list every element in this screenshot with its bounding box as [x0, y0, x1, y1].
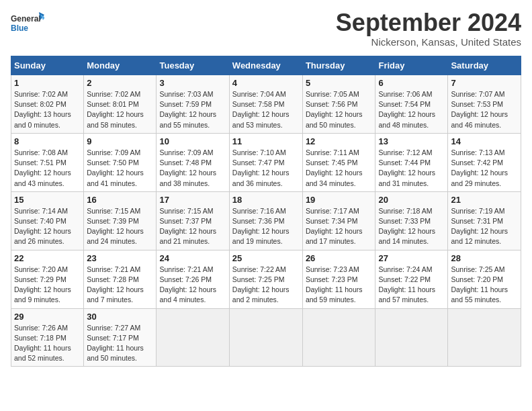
day-info: Sunrise: 7:05 AM Sunset: 7:56 PM Dayligh… [306, 89, 373, 130]
calendar-cell: 18Sunrise: 7:16 AM Sunset: 7:36 PM Dayli… [229, 191, 302, 250]
title-block: September 2024 Nickerson, Kansas, United… [336, 11, 521, 48]
day-number: 14 [451, 136, 518, 146]
day-number: 26 [306, 253, 373, 263]
col-header-monday: Monday [84, 56, 157, 75]
day-info: Sunrise: 7:27 AM Sunset: 7:17 PM Dayligh… [87, 323, 153, 364]
day-info: Sunrise: 7:06 AM Sunset: 7:54 PM Dayligh… [378, 89, 445, 130]
calendar-cell: 26Sunrise: 7:23 AM Sunset: 7:23 PM Dayli… [302, 250, 375, 308]
day-info: Sunrise: 7:23 AM Sunset: 7:23 PM Dayligh… [306, 265, 373, 306]
calendar-cell [375, 308, 448, 367]
calendar-cell: 3Sunrise: 7:03 AM Sunset: 7:59 PM Daylig… [157, 75, 229, 134]
calendar-cell: 17Sunrise: 7:15 AM Sunset: 7:37 PM Dayli… [157, 191, 229, 250]
day-info: Sunrise: 7:03 AM Sunset: 7:59 PM Dayligh… [159, 89, 226, 130]
calendar-cell [229, 308, 302, 367]
col-header-sunday: Sunday [11, 56, 84, 75]
col-header-tuesday: Tuesday [157, 56, 229, 75]
svg-text:General: General [11, 14, 41, 24]
day-info: Sunrise: 7:07 AM Sunset: 7:53 PM Dayligh… [451, 89, 518, 130]
day-number: 8 [14, 136, 81, 146]
day-info: Sunrise: 7:13 AM Sunset: 7:42 PM Dayligh… [451, 148, 518, 189]
day-info: Sunrise: 7:19 AM Sunset: 7:31 PM Dayligh… [451, 206, 518, 247]
calendar-cell: 12Sunrise: 7:11 AM Sunset: 7:45 PM Dayli… [302, 133, 375, 191]
day-number: 17 [159, 195, 226, 205]
calendar-cell: 21Sunrise: 7:19 AM Sunset: 7:31 PM Dayli… [448, 191, 521, 250]
day-info: Sunrise: 7:10 AM Sunset: 7:47 PM Dayligh… [232, 148, 300, 189]
day-info: Sunrise: 7:17 AM Sunset: 7:34 PM Dayligh… [306, 206, 373, 247]
logo-icon: General Blue [11, 11, 44, 38]
day-number: 25 [232, 253, 300, 263]
day-number: 4 [232, 78, 300, 88]
day-number: 9 [87, 136, 153, 146]
calendar-week-4: 22Sunrise: 7:20 AM Sunset: 7:29 PM Dayli… [11, 250, 521, 308]
day-number: 29 [14, 312, 81, 322]
logo: General Blue [11, 11, 44, 38]
calendar-cell: 27Sunrise: 7:24 AM Sunset: 7:22 PM Dayli… [375, 250, 448, 308]
day-info: Sunrise: 7:02 AM Sunset: 8:01 PM Dayligh… [87, 89, 153, 130]
day-number: 10 [159, 136, 226, 146]
calendar-cell: 30Sunrise: 7:27 AM Sunset: 7:17 PM Dayli… [84, 308, 157, 367]
calendar-cell: 16Sunrise: 7:15 AM Sunset: 7:39 PM Dayli… [84, 191, 157, 250]
day-number: 11 [232, 136, 300, 146]
day-info: Sunrise: 7:15 AM Sunset: 7:37 PM Dayligh… [159, 206, 226, 247]
calendar-cell: 24Sunrise: 7:21 AM Sunset: 7:26 PM Dayli… [157, 250, 229, 308]
day-number: 15 [14, 195, 81, 205]
calendar-table: SundayMondayTuesdayWednesdayThursdayFrid… [11, 56, 521, 367]
day-info: Sunrise: 7:24 AM Sunset: 7:22 PM Dayligh… [378, 265, 445, 306]
day-number: 30 [87, 312, 153, 322]
month-title: September 2024 [336, 11, 521, 35]
calendar-week-3: 15Sunrise: 7:14 AM Sunset: 7:40 PM Dayli… [11, 191, 521, 250]
day-number: 13 [378, 136, 445, 146]
calendar-cell: 19Sunrise: 7:17 AM Sunset: 7:34 PM Dayli… [302, 191, 375, 250]
day-info: Sunrise: 7:08 AM Sunset: 7:51 PM Dayligh… [14, 148, 81, 189]
day-number: 7 [451, 78, 518, 88]
calendar-week-1: 1Sunrise: 7:02 AM Sunset: 8:02 PM Daylig… [11, 75, 521, 134]
location-subtitle: Nickerson, Kansas, United States [336, 36, 521, 48]
calendar-cell: 15Sunrise: 7:14 AM Sunset: 7:40 PM Dayli… [11, 191, 84, 250]
day-info: Sunrise: 7:09 AM Sunset: 7:48 PM Dayligh… [159, 148, 226, 189]
day-info: Sunrise: 7:20 AM Sunset: 7:29 PM Dayligh… [14, 265, 81, 306]
svg-text:Blue: Blue [11, 24, 28, 33]
page-header: General Blue September 2024 Nickerson, K… [11, 11, 521, 48]
calendar-cell: 25Sunrise: 7:22 AM Sunset: 7:25 PM Dayli… [229, 250, 302, 308]
day-number: 23 [87, 253, 153, 263]
day-number: 24 [159, 253, 226, 263]
col-header-wednesday: Wednesday [229, 56, 302, 75]
calendar-cell [302, 308, 375, 367]
day-number: 18 [232, 195, 300, 205]
calendar-cell: 6Sunrise: 7:06 AM Sunset: 7:54 PM Daylig… [375, 75, 448, 134]
day-number: 19 [306, 195, 373, 205]
day-number: 28 [451, 253, 518, 263]
calendar-cell: 9Sunrise: 7:09 AM Sunset: 7:50 PM Daylig… [84, 133, 157, 191]
day-info: Sunrise: 7:14 AM Sunset: 7:40 PM Dayligh… [14, 206, 81, 247]
day-number: 21 [451, 195, 518, 205]
calendar-cell: 1Sunrise: 7:02 AM Sunset: 8:02 PM Daylig… [11, 75, 84, 134]
col-header-friday: Friday [375, 56, 448, 75]
calendar-cell [448, 308, 521, 367]
day-number: 12 [306, 136, 373, 146]
day-number: 22 [14, 253, 81, 263]
calendar-cell: 14Sunrise: 7:13 AM Sunset: 7:42 PM Dayli… [448, 133, 521, 191]
day-info: Sunrise: 7:12 AM Sunset: 7:44 PM Dayligh… [378, 148, 445, 189]
calendar-cell: 8Sunrise: 7:08 AM Sunset: 7:51 PM Daylig… [11, 133, 84, 191]
col-header-saturday: Saturday [448, 56, 521, 75]
day-info: Sunrise: 7:22 AM Sunset: 7:25 PM Dayligh… [232, 265, 300, 306]
day-info: Sunrise: 7:09 AM Sunset: 7:50 PM Dayligh… [87, 148, 153, 189]
calendar-cell: 13Sunrise: 7:12 AM Sunset: 7:44 PM Dayli… [375, 133, 448, 191]
calendar-cell: 28Sunrise: 7:25 AM Sunset: 7:20 PM Dayli… [448, 250, 521, 308]
calendar-cell: 20Sunrise: 7:18 AM Sunset: 7:33 PM Dayli… [375, 191, 448, 250]
day-number: 20 [378, 195, 445, 205]
day-info: Sunrise: 7:21 AM Sunset: 7:28 PM Dayligh… [87, 265, 153, 306]
day-info: Sunrise: 7:11 AM Sunset: 7:45 PM Dayligh… [306, 148, 373, 189]
day-number: 3 [159, 78, 226, 88]
calendar-week-2: 8Sunrise: 7:08 AM Sunset: 7:51 PM Daylig… [11, 133, 521, 191]
day-number: 5 [306, 78, 373, 88]
day-number: 2 [87, 78, 153, 88]
day-info: Sunrise: 7:18 AM Sunset: 7:33 PM Dayligh… [378, 206, 445, 247]
calendar-cell: 2Sunrise: 7:02 AM Sunset: 8:01 PM Daylig… [84, 75, 157, 134]
calendar-cell: 5Sunrise: 7:05 AM Sunset: 7:56 PM Daylig… [302, 75, 375, 134]
day-info: Sunrise: 7:02 AM Sunset: 8:02 PM Dayligh… [14, 89, 81, 130]
day-number: 6 [378, 78, 445, 88]
day-info: Sunrise: 7:21 AM Sunset: 7:26 PM Dayligh… [159, 265, 226, 306]
day-info: Sunrise: 7:15 AM Sunset: 7:39 PM Dayligh… [87, 206, 153, 247]
day-info: Sunrise: 7:25 AM Sunset: 7:20 PM Dayligh… [451, 265, 518, 306]
